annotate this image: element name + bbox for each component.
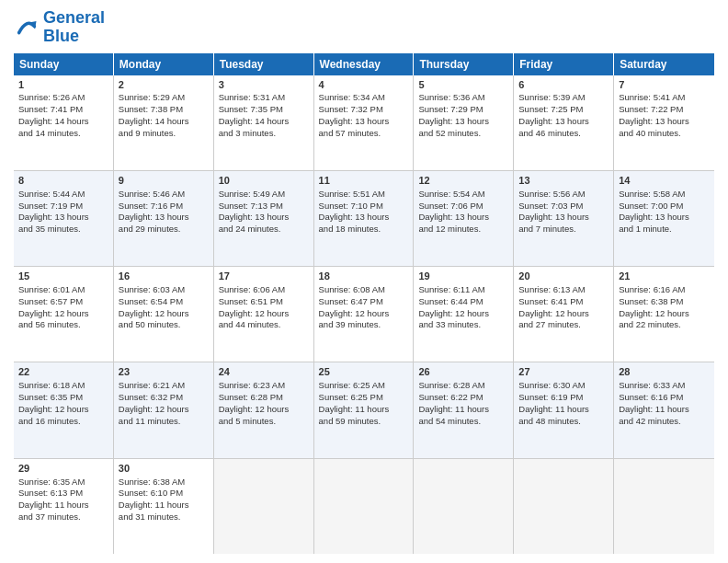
day-info: Sunrise: 6:01 AM Sunset: 6:57 PM Dayligh…	[18, 284, 108, 331]
logo-icon	[14, 15, 40, 40]
logo: General Blue	[14, 9, 105, 46]
header-friday: Friday	[514, 53, 614, 75]
cal-cell: 18Sunrise: 6:08 AM Sunset: 6:47 PM Dayli…	[314, 267, 415, 362]
day-number: 13	[518, 174, 609, 188]
cal-cell: 29Sunrise: 6:35 AM Sunset: 6:13 PM Dayli…	[14, 459, 114, 554]
cal-cell: 12Sunrise: 5:54 AM Sunset: 7:06 PM Dayli…	[414, 171, 514, 266]
cal-cell: 17Sunrise: 6:06 AM Sunset: 6:51 PM Dayli…	[214, 267, 314, 362]
day-info: Sunrise: 5:29 AM Sunset: 7:38 PM Dayligh…	[119, 92, 209, 139]
day-info: Sunrise: 5:41 AM Sunset: 7:22 PM Dayligh…	[619, 92, 710, 139]
calendar-row: 1Sunrise: 5:26 AM Sunset: 7:41 PM Daylig…	[14, 75, 714, 171]
cal-cell: 4Sunrise: 5:34 AM Sunset: 7:32 PM Daylig…	[314, 75, 415, 170]
day-number: 22	[18, 365, 108, 379]
header-tuesday: Tuesday	[214, 53, 314, 75]
cal-cell: 15Sunrise: 6:01 AM Sunset: 6:57 PM Dayli…	[14, 267, 114, 362]
day-info: Sunrise: 5:46 AM Sunset: 7:16 PM Dayligh…	[119, 189, 209, 236]
day-number: 2	[119, 78, 209, 92]
day-info: Sunrise: 6:28 AM Sunset: 6:22 PM Dayligh…	[418, 380, 508, 427]
cal-cell	[214, 459, 314, 554]
day-number: 7	[619, 78, 710, 92]
day-number: 30	[119, 462, 209, 476]
day-info: Sunrise: 6:21 AM Sunset: 6:32 PM Dayligh…	[119, 380, 209, 427]
cal-cell: 22Sunrise: 6:18 AM Sunset: 6:35 PM Dayli…	[14, 362, 114, 457]
day-info: Sunrise: 5:51 AM Sunset: 7:10 PM Dayligh…	[319, 189, 409, 236]
cal-cell: 3Sunrise: 5:31 AM Sunset: 7:35 PM Daylig…	[214, 75, 314, 170]
day-info: Sunrise: 5:31 AM Sunset: 7:35 PM Dayligh…	[219, 92, 309, 139]
cal-cell: 19Sunrise: 6:11 AM Sunset: 6:44 PM Dayli…	[414, 267, 514, 362]
cal-cell: 26Sunrise: 6:28 AM Sunset: 6:22 PM Dayli…	[414, 362, 514, 457]
day-number: 25	[319, 365, 409, 379]
calendar-row: 29Sunrise: 6:35 AM Sunset: 6:13 PM Dayli…	[14, 459, 714, 554]
day-info: Sunrise: 6:16 AM Sunset: 6:38 PM Dayligh…	[619, 284, 710, 331]
cal-cell: 9Sunrise: 5:46 AM Sunset: 7:16 PM Daylig…	[114, 171, 214, 266]
day-number: 1	[18, 78, 108, 92]
page: General Blue Sunday Monday Tuesday Wedne…	[0, 0, 728, 563]
day-info: Sunrise: 5:58 AM Sunset: 7:00 PM Dayligh…	[619, 189, 710, 236]
day-number: 23	[119, 365, 209, 379]
header-wednesday: Wednesday	[314, 53, 415, 75]
header-thursday: Thursday	[414, 53, 514, 75]
day-info: Sunrise: 6:06 AM Sunset: 6:51 PM Dayligh…	[219, 284, 309, 331]
day-info: Sunrise: 5:36 AM Sunset: 7:29 PM Dayligh…	[418, 92, 508, 139]
day-info: Sunrise: 5:54 AM Sunset: 7:06 PM Dayligh…	[418, 189, 508, 236]
day-number: 24	[219, 365, 309, 379]
cal-cell: 25Sunrise: 6:25 AM Sunset: 6:25 PM Dayli…	[314, 362, 415, 457]
cal-cell: 28Sunrise: 6:33 AM Sunset: 6:16 PM Dayli…	[614, 362, 714, 457]
cal-cell: 7Sunrise: 5:41 AM Sunset: 7:22 PM Daylig…	[614, 75, 714, 170]
cal-cell: 6Sunrise: 5:39 AM Sunset: 7:25 PM Daylig…	[514, 75, 614, 170]
day-number: 6	[518, 78, 609, 92]
day-info: Sunrise: 5:26 AM Sunset: 7:41 PM Dayligh…	[18, 92, 108, 139]
cal-cell: 11Sunrise: 5:51 AM Sunset: 7:10 PM Dayli…	[314, 171, 415, 266]
day-number: 28	[619, 365, 710, 379]
header-monday: Monday	[114, 53, 214, 75]
cal-cell: 2Sunrise: 5:29 AM Sunset: 7:38 PM Daylig…	[114, 75, 214, 170]
day-info: Sunrise: 6:38 AM Sunset: 6:10 PM Dayligh…	[119, 477, 209, 523]
day-number: 19	[418, 270, 508, 283]
cal-cell: 13Sunrise: 5:56 AM Sunset: 7:03 PM Dayli…	[514, 171, 614, 266]
day-info: Sunrise: 6:30 AM Sunset: 6:19 PM Dayligh…	[518, 380, 609, 427]
day-number: 27	[518, 365, 609, 379]
calendar-body: 1Sunrise: 5:26 AM Sunset: 7:41 PM Daylig…	[14, 75, 714, 554]
logo-text: General Blue	[43, 9, 105, 46]
day-number: 9	[119, 174, 209, 188]
day-info: Sunrise: 6:08 AM Sunset: 6:47 PM Dayligh…	[319, 284, 409, 331]
calendar-row: 15Sunrise: 6:01 AM Sunset: 6:57 PM Dayli…	[14, 267, 714, 362]
cal-cell: 10Sunrise: 5:49 AM Sunset: 7:13 PM Dayli…	[214, 171, 314, 266]
cal-cell	[414, 459, 514, 554]
day-info: Sunrise: 6:33 AM Sunset: 6:16 PM Dayligh…	[619, 380, 710, 427]
day-number: 14	[619, 174, 710, 188]
day-info: Sunrise: 6:35 AM Sunset: 6:13 PM Dayligh…	[18, 477, 108, 523]
header-sunday: Sunday	[14, 53, 114, 75]
day-info: Sunrise: 6:18 AM Sunset: 6:35 PM Dayligh…	[18, 380, 108, 427]
day-info: Sunrise: 6:25 AM Sunset: 6:25 PM Dayligh…	[319, 380, 409, 427]
cal-cell: 16Sunrise: 6:03 AM Sunset: 6:54 PM Dayli…	[114, 267, 214, 362]
calendar-row: 22Sunrise: 6:18 AM Sunset: 6:35 PM Dayli…	[14, 362, 714, 458]
day-number: 5	[418, 78, 508, 92]
day-number: 26	[418, 365, 508, 379]
day-number: 20	[518, 270, 609, 283]
cal-cell: 23Sunrise: 6:21 AM Sunset: 6:32 PM Dayli…	[114, 362, 214, 457]
cal-cell: 20Sunrise: 6:13 AM Sunset: 6:41 PM Dayli…	[514, 267, 614, 362]
day-number: 10	[219, 174, 309, 188]
cal-cell: 5Sunrise: 5:36 AM Sunset: 7:29 PM Daylig…	[414, 75, 514, 170]
cal-cell: 24Sunrise: 6:23 AM Sunset: 6:28 PM Dayli…	[214, 362, 314, 457]
day-number: 29	[18, 462, 108, 476]
cal-cell	[614, 459, 714, 554]
cal-cell: 27Sunrise: 6:30 AM Sunset: 6:19 PM Dayli…	[514, 362, 614, 457]
calendar-header: Sunday Monday Tuesday Wednesday Thursday…	[14, 53, 714, 75]
day-number: 15	[18, 270, 108, 283]
cal-cell: 8Sunrise: 5:44 AM Sunset: 7:19 PM Daylig…	[14, 171, 114, 266]
day-number: 11	[319, 174, 409, 188]
day-number: 12	[418, 174, 508, 188]
cal-cell: 14Sunrise: 5:58 AM Sunset: 7:00 PM Dayli…	[614, 171, 714, 266]
day-info: Sunrise: 6:13 AM Sunset: 6:41 PM Dayligh…	[518, 284, 609, 331]
day-number: 18	[319, 270, 409, 283]
cal-cell: 21Sunrise: 6:16 AM Sunset: 6:38 PM Dayli…	[614, 267, 714, 362]
day-info: Sunrise: 5:44 AM Sunset: 7:19 PM Dayligh…	[18, 189, 108, 236]
day-number: 16	[119, 270, 209, 283]
calendar: Sunday Monday Tuesday Wednesday Thursday…	[14, 53, 714, 554]
cal-cell: 30Sunrise: 6:38 AM Sunset: 6:10 PM Dayli…	[114, 459, 214, 554]
day-number: 8	[18, 174, 108, 188]
cal-cell	[514, 459, 614, 554]
day-info: Sunrise: 5:56 AM Sunset: 7:03 PM Dayligh…	[518, 189, 609, 236]
